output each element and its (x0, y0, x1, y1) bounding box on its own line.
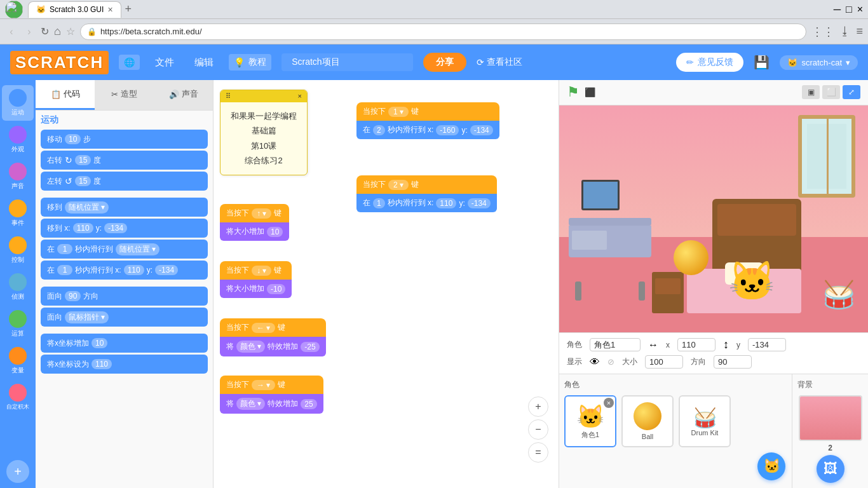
feedback-btn[interactable]: ✏ 意见反馈 (676, 53, 743, 72)
window-close[interactable]: × (857, 4, 863, 15)
tab-code[interactable]: 📋 代码 (36, 80, 95, 110)
dir-input[interactable] (714, 355, 752, 369)
zoom-in-btn[interactable]: + (528, 396, 548, 417)
tutorials-btn[interactable]: 💡 教程 (229, 54, 271, 71)
val-10-up[interactable]: 10 (267, 227, 283, 237)
size-input[interactable] (645, 355, 683, 369)
layout-medium-btn[interactable]: ⬜ (822, 85, 840, 99)
val-neg160[interactable]: -160 (436, 125, 459, 135)
tab-close-btn[interactable]: × (107, 4, 112, 15)
val-neg134-1[interactable]: -134 (470, 125, 493, 135)
val-1-2[interactable]: 1 (373, 198, 385, 208)
block-glide-1[interactable]: 在 2 秒内滑行到 x: -160 y: -134 (356, 121, 499, 139)
sidebar-item-variables[interactable]: 变量 (2, 343, 34, 379)
globe-btn[interactable]: 🌐 (119, 55, 140, 70)
sidebar-item-custom[interactable]: 自定积木 (2, 380, 34, 415)
stop-btn[interactable]: ⬛ (585, 84, 595, 100)
sidebar-item-looks[interactable]: 外观 (2, 122, 34, 158)
nav-apps-btn[interactable]: ⋮⋮ (811, 25, 834, 39)
hide-btn[interactable]: ⊘ (607, 357, 614, 367)
green-flag-btn[interactable]: ⚑ (567, 84, 580, 100)
color-dropdown-right[interactable]: 颜色 ▾ (236, 398, 265, 410)
active-tab[interactable]: 🐱 Scratch 3.0 GUI × (28, 1, 121, 18)
sprite-card-drums[interactable]: 🥁 Drum Kit (679, 395, 731, 447)
block-turn-left[interactable]: 左转 ↺ 15 度 (41, 172, 208, 191)
sidebar-item-sensing[interactable]: 侦测 (2, 269, 34, 305)
note-close-icon[interactable]: × (298, 92, 302, 100)
val-110[interactable]: 110 (436, 198, 456, 208)
block-set-x[interactable]: 将x坐标设为 110 (41, 355, 208, 374)
block-turn-right[interactable]: 右转 ↻ 15 度 (41, 151, 208, 170)
val-25[interactable]: 25 (301, 399, 316, 409)
block-face-mouse[interactable]: 面向 鼠标指针 ▾ (41, 308, 208, 327)
block-glide-random[interactable]: 在 1 秒内滑行到 随机位置 ▾ (41, 240, 208, 259)
show-eye-btn[interactable]: 👁 (590, 356, 600, 368)
sidebar-item-events[interactable]: 事件 (2, 196, 34, 231)
tab-costumes[interactable]: ✂ 造型 (95, 80, 154, 110)
project-name-input[interactable] (281, 53, 413, 71)
zoom-fit-btn[interactable]: = (528, 442, 548, 463)
edit-menu-btn[interactable]: 编辑 (189, 54, 219, 71)
down-dropdown[interactable]: ↓ ▾ (252, 266, 271, 276)
val-2[interactable]: 2 (373, 125, 385, 135)
refresh-btn[interactable]: ↻ (41, 25, 49, 37)
layout-fullscreen-btn[interactable]: ⤢ (843, 85, 860, 99)
add-backdrop-btn[interactable]: 🖼 (817, 455, 844, 483)
block-size-up[interactable]: 将大小增加 10 (220, 222, 289, 241)
tab-sounds[interactable]: 🔊 声音 (154, 80, 213, 110)
zoom-out-btn[interactable]: − (528, 419, 548, 440)
add-extension-btn[interactable]: + (6, 460, 29, 483)
window-max[interactable]: □ (846, 4, 852, 15)
block-size-down[interactable]: 将大小增加 -10 (220, 280, 292, 298)
val-neg25[interactable]: -25 (301, 342, 319, 352)
sprite-card-ball[interactable]: Ball (621, 395, 674, 447)
block-goto-random[interactable]: 移到 随机位置 ▾ (41, 198, 208, 217)
hat-right[interactable]: 当按下 → ▾ 键 (220, 376, 323, 394)
home-btn[interactable]: ⌂ (54, 25, 61, 38)
nav-settings-btn[interactable]: ≡ (856, 25, 863, 38)
address-bar[interactable]: 🔒 https://beta.scratch.mit.edu/ (80, 24, 807, 40)
hat-down[interactable]: 当按下 ↓ ▾ 键 (220, 261, 292, 280)
share-btn[interactable]: 分享 (423, 53, 466, 72)
sidebar-item-control[interactable]: 控制 (2, 233, 34, 268)
hat-left[interactable]: 当按下 ← ▾ 键 (220, 318, 326, 337)
back-btn[interactable]: ‹ (5, 25, 18, 38)
block-change-x[interactable]: 将x坐标增加 10 (41, 334, 208, 353)
sidebar-item-sound[interactable]: 声音 (2, 159, 34, 194)
up-dropdown[interactable]: ↑ ▾ (252, 208, 271, 219)
sidebar-item-operators[interactable]: 运算 (2, 306, 34, 342)
user-btn[interactable]: 🐱 scratch-cat ▾ (780, 55, 858, 70)
layout-small-btn[interactable]: ▣ (802, 85, 820, 99)
see-community-btn[interactable]: ⟳ 查看社区 (477, 57, 522, 68)
y-input[interactable] (748, 338, 786, 351)
block-color-pos[interactable]: 将 颜色 ▾ 特效增加 25 (220, 394, 323, 414)
hat-up[interactable]: 当按下 ↑ ▾ 键 (220, 204, 289, 222)
block-glide-2[interactable]: 在 1 秒内滑行到 x: 110 y: -134 (356, 194, 497, 212)
block-glide-xy[interactable]: 在 1 秒内滑行到 x: 110 y: -134 (41, 261, 208, 280)
block-move[interactable]: 移动 10 步 (41, 130, 208, 149)
left-dropdown[interactable]: ← ▾ (252, 323, 275, 333)
hat-key2[interactable]: 当按下 2 ▾ 键 (356, 175, 497, 194)
save-btn[interactable]: 💾 (754, 55, 770, 70)
file-menu-btn[interactable]: 文件 (150, 54, 179, 71)
add-sprite-btn[interactable]: 🐱 (757, 452, 785, 480)
color-dropdown-left[interactable]: 颜色 ▾ (236, 341, 265, 353)
hat-key1[interactable]: 当按下 1 ▾ 键 (356, 102, 499, 121)
sprite-name-input[interactable] (590, 338, 641, 351)
block-goto-xy[interactable]: 移到 x: 110 y: -134 (41, 219, 208, 238)
val-neg10[interactable]: -10 (267, 284, 285, 294)
window-min[interactable]: ─ (834, 4, 841, 15)
x-input[interactable] (677, 338, 715, 351)
nav-ext-btn[interactable]: ⭳ (839, 25, 851, 38)
right-dropdown[interactable]: → ▾ (252, 380, 275, 390)
key2-dropdown[interactable]: 2 ▾ (388, 180, 409, 190)
block-color-neg[interactable]: 将 颜色 ▾ 特效增加 -25 (220, 337, 326, 356)
sprite-card-cat[interactable]: × 🐱 角色1 (564, 395, 616, 447)
new-tab-btn[interactable]: + (121, 3, 136, 16)
sidebar-item-motion[interactable]: 运动 (2, 85, 34, 121)
delete-cat-btn[interactable]: × (604, 398, 614, 408)
star-btn[interactable]: ☆ (66, 25, 75, 37)
val-neg134-2[interactable]: -134 (468, 198, 491, 208)
forward-btn[interactable]: › (23, 25, 36, 38)
key1-dropdown[interactable]: 1 ▾ (388, 107, 409, 117)
